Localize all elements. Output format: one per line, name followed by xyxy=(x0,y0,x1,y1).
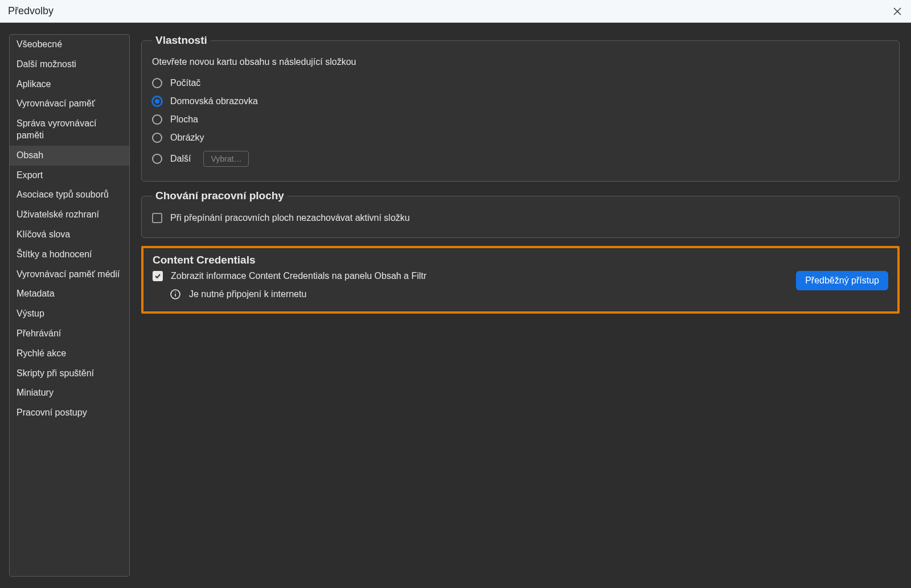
sidebar-item-7[interactable]: Asociace typů souborů xyxy=(10,185,129,205)
properties-radio-3[interactable] xyxy=(152,133,162,143)
sidebar-item-8[interactable]: Uživatelské rozhraní xyxy=(10,205,129,225)
close-icon xyxy=(893,7,902,16)
workspace-behavior-group: Chování pracovní plochy Při přepínání pr… xyxy=(141,190,900,238)
properties-option-2[interactable]: Plocha xyxy=(152,110,889,129)
properties-option-4[interactable]: DalšíVybrat… xyxy=(152,147,889,171)
content-credentials-left: Zobrazit informace Content Credentials n… xyxy=(153,271,426,300)
close-button[interactable] xyxy=(889,3,905,19)
sidebar-item-3[interactable]: Vyrovnávací paměť xyxy=(10,94,129,114)
properties-radio-2[interactable] xyxy=(152,114,162,125)
properties-option-3[interactable]: Obrázky xyxy=(152,129,889,147)
sidebar-item-12[interactable]: Metadata xyxy=(10,284,129,304)
sidebar-item-15[interactable]: Rychlé akce xyxy=(10,344,129,364)
content-credentials-legend: Content Credentials xyxy=(153,254,888,266)
info-icon xyxy=(170,289,181,300)
properties-option-0[interactable]: Počítač xyxy=(152,74,889,92)
properties-group: Vlastnosti Otevřete novou kartu obsahu s… xyxy=(141,34,900,182)
sidebar-item-13[interactable]: Výstup xyxy=(10,304,129,324)
sidebar-item-6[interactable]: Export xyxy=(10,166,129,186)
content-credentials-row[interactable]: Zobrazit informace Content Credentials n… xyxy=(153,271,426,285)
properties-legend: Vlastnosti xyxy=(152,34,211,47)
sidebar-item-18[interactable]: Pracovní postupy xyxy=(10,403,129,423)
sidebar: VšeobecnéDalší možnostiAplikaceVyrovnáva… xyxy=(9,34,130,577)
sidebar-item-4[interactable]: Správa vyrovnávací paměti xyxy=(10,114,129,146)
sidebar-item-10[interactable]: Štítky a hodnocení xyxy=(10,245,129,265)
properties-option-label-1: Domovská obrazovka xyxy=(170,96,258,106)
sidebar-item-16[interactable]: Skripty při spuštění xyxy=(10,364,129,384)
workspace-reset-checkbox[interactable] xyxy=(152,213,162,223)
window-title: Předvolby xyxy=(8,5,54,17)
sidebar-item-9[interactable]: Klíčová slova xyxy=(10,225,129,245)
properties-radio-list: PočítačDomovská obrazovkaPlochaObrázkyDa… xyxy=(152,74,889,171)
workspace-reset-row[interactable]: Při přepínání pracovních ploch nezachová… xyxy=(152,209,889,227)
content-credentials-checkbox[interactable] xyxy=(153,271,163,281)
properties-option-label-3: Obrázky xyxy=(170,133,204,143)
properties-radio-1[interactable] xyxy=(152,96,162,106)
content-credentials-info-text: Je nutné připojení k internetu xyxy=(189,289,306,299)
early-access-button[interactable]: Předběžný přístup xyxy=(796,271,888,290)
properties-radio-0[interactable] xyxy=(152,78,162,88)
content-credentials-right: Předběžný přístup xyxy=(796,271,888,290)
window-body: VšeobecnéDalší možnostiAplikaceVyrovnáva… xyxy=(0,23,911,588)
properties-option-label-0: Počítač xyxy=(170,78,200,88)
sidebar-item-11[interactable]: Vyrovnávací paměť médií xyxy=(10,265,129,285)
workspace-behavior-legend: Chování pracovní plochy xyxy=(152,190,288,202)
choose-folder-button[interactable]: Vybrat… xyxy=(203,151,249,167)
sidebar-item-2[interactable]: Aplikace xyxy=(10,75,129,94)
svg-point-4 xyxy=(175,291,176,293)
content-credentials-label: Zobrazit informace Content Credentials n… xyxy=(171,271,426,281)
properties-option-label-4: Další xyxy=(170,154,191,164)
properties-radio-4[interactable] xyxy=(152,154,162,164)
workspace-reset-label: Při přepínání pracovních ploch nezachová… xyxy=(170,213,410,223)
properties-option-1[interactable]: Domovská obrazovka xyxy=(152,92,889,110)
preferences-window: Předvolby VšeobecnéDalší možnostiAplikac… xyxy=(0,0,911,588)
content-credentials-info: Je nutné připojení k internetu xyxy=(153,285,426,300)
content-area: Vlastnosti Otevřete novou kartu obsahu s… xyxy=(141,34,900,577)
sidebar-item-5[interactable]: Obsah xyxy=(10,146,129,166)
properties-description: Otevřete novou kartu obsahu s následujíc… xyxy=(152,57,889,67)
properties-option-label-2: Plocha xyxy=(170,114,198,125)
titlebar: Předvolby xyxy=(0,0,911,23)
sidebar-item-17[interactable]: Miniatury xyxy=(10,383,129,403)
content-credentials-group: Content Credentials Zobrazit informace C… xyxy=(141,246,900,314)
sidebar-item-0[interactable]: Všeobecné xyxy=(10,35,129,55)
sidebar-item-14[interactable]: Přehrávání xyxy=(10,324,129,344)
sidebar-item-1[interactable]: Další možnosti xyxy=(10,55,129,75)
